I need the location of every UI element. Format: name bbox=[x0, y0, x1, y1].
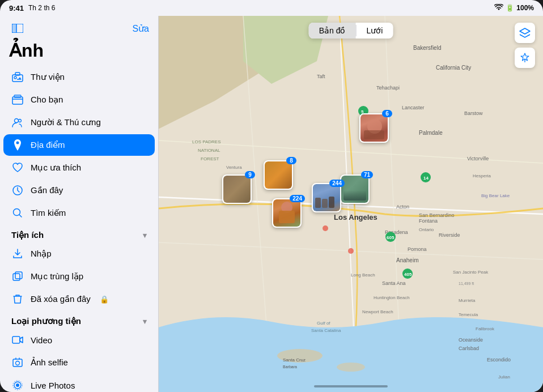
sidebar-header: Sửa bbox=[0, 16, 158, 37]
sidebar-item-library[interactable]: Thư viện bbox=[3, 66, 155, 88]
location-button[interactable] bbox=[515, 48, 535, 68]
media-types-label: Loại phương tiện bbox=[11, 316, 81, 326]
main-layout: Sửa Ảnh Thư viện bbox=[0, 16, 543, 392]
map-area: California City Bakersfield Tehachapi Ba… bbox=[159, 16, 543, 392]
svg-text:Pomona: Pomona bbox=[408, 246, 427, 252]
svg-text:Bakersfield: Bakersfield bbox=[413, 45, 441, 51]
sidebar-toggle-button[interactable] bbox=[9, 22, 26, 35]
status-time: 9:41 bbox=[9, 4, 24, 12]
location-icon bbox=[520, 53, 529, 63]
lock-icon: 🔒 bbox=[100, 295, 109, 304]
svg-text:Newport Beach: Newport Beach bbox=[362, 309, 393, 314]
battery-percent: 100% bbox=[516, 4, 534, 12]
photo-cluster-6[interactable]: 224 bbox=[272, 198, 302, 228]
photo-cluster-4[interactable]: 71 bbox=[340, 174, 370, 204]
svg-text:Hesperia: Hesperia bbox=[473, 173, 491, 178]
svg-text:Carlsbad: Carlsbad bbox=[459, 346, 479, 351]
wifi-icon bbox=[494, 4, 503, 12]
video-label: Video bbox=[31, 335, 52, 345]
svg-text:Escondido: Escondido bbox=[487, 357, 511, 363]
svg-rect-0 bbox=[12, 24, 16, 33]
svg-text:Fontana: Fontana bbox=[419, 218, 438, 224]
cluster-count-1: 9 bbox=[245, 171, 255, 178]
map-mode-button[interactable]: Bản đồ bbox=[309, 23, 356, 39]
sidebar-item-places[interactable]: Địa điểm bbox=[3, 134, 155, 156]
sidebar-item-favorites[interactable]: Mục ưa thích bbox=[3, 157, 155, 178]
svg-rect-15 bbox=[12, 336, 20, 343]
svg-point-30 bbox=[337, 363, 365, 372]
layers-icon bbox=[519, 28, 531, 38]
sidebar-icon bbox=[12, 24, 23, 33]
svg-text:Santa Cruz: Santa Cruz bbox=[283, 357, 306, 363]
svg-text:Barstow: Barstow bbox=[464, 110, 483, 116]
map-right-controls bbox=[515, 23, 535, 68]
photo-thumb-4 bbox=[340, 174, 370, 204]
photo-cluster-5[interactable]: 244 bbox=[312, 183, 341, 212]
svg-text:Tehachapi: Tehachapi bbox=[376, 85, 400, 91]
svg-point-8 bbox=[15, 119, 19, 123]
svg-text:Riverside: Riverside bbox=[439, 232, 460, 238]
svg-text:LOS PADRES: LOS PADRES bbox=[192, 139, 221, 144]
import-label: Nhập bbox=[31, 249, 52, 259]
utilities-chevron: ▾ bbox=[143, 231, 147, 240]
sidebar-item-shared[interactable]: Cho bạn bbox=[3, 89, 155, 110]
shared-icon bbox=[11, 93, 24, 106]
map-view-toggle: Bản đồ Lưới bbox=[309, 23, 393, 39]
photo-cluster-2[interactable]: 8 bbox=[264, 160, 293, 190]
svg-text:Palmdale: Palmdale bbox=[419, 130, 443, 136]
status-date: Th 2 th 6 bbox=[28, 4, 55, 12]
sidebar-item-import[interactable]: Nhập bbox=[3, 243, 155, 265]
live-photos-label: Live Photos bbox=[31, 381, 75, 390]
sidebar-title: Ảnh bbox=[0, 37, 158, 66]
map-background: California City Bakersfield Tehachapi Ba… bbox=[159, 16, 543, 392]
media-types-section-header[interactable]: Loại phương tiện ▾ bbox=[0, 310, 158, 329]
layers-button[interactable] bbox=[515, 23, 535, 43]
selfie-label: Ảnh selfie bbox=[31, 357, 68, 368]
people-label: Người & Thú cưng bbox=[31, 117, 101, 127]
heart-icon bbox=[11, 161, 24, 174]
photo-cluster-1[interactable]: 9 bbox=[222, 174, 252, 204]
sidebar-item-people[interactable]: Người & Thú cưng bbox=[3, 112, 155, 133]
svg-text:Big Bear Lake: Big Bear Lake bbox=[481, 193, 510, 198]
svg-rect-7 bbox=[14, 95, 21, 97]
video-icon bbox=[11, 334, 24, 346]
live-icon bbox=[11, 379, 24, 391]
svg-rect-14 bbox=[15, 272, 22, 279]
cluster-count-6: 224 bbox=[290, 195, 305, 202]
svg-text:Barbara: Barbara bbox=[283, 365, 297, 369]
library-icon bbox=[11, 71, 24, 83]
status-bar: 9:41 Th 2 th 6 🔋 100% bbox=[0, 0, 543, 16]
sidebar-item-selfie[interactable]: Ảnh selfie bbox=[3, 352, 155, 373]
photo-thumb-5 bbox=[312, 183, 341, 212]
sidebar-item-recent[interactable]: Gần đây bbox=[3, 180, 155, 201]
svg-text:California City: California City bbox=[436, 65, 471, 71]
svg-text:Temecula: Temecula bbox=[459, 312, 478, 317]
status-icons: 🔋 100% bbox=[494, 4, 534, 12]
grid-mode-button[interactable]: Lưới bbox=[356, 23, 393, 39]
svg-rect-6 bbox=[12, 97, 23, 104]
places-icon bbox=[11, 139, 24, 151]
svg-text:Oceanside: Oceanside bbox=[459, 337, 483, 343]
utilities-label: Tiện ích bbox=[11, 230, 44, 240]
svg-point-80 bbox=[323, 225, 328, 231]
svg-point-18 bbox=[16, 384, 19, 387]
sidebar-item-live-photos[interactable]: Live Photos bbox=[3, 374, 155, 392]
photo-thumb-6 bbox=[272, 198, 302, 228]
svg-text:Victorville: Victorville bbox=[467, 156, 489, 161]
svg-text:11,499 ft: 11,499 ft bbox=[459, 282, 474, 286]
sidebar-item-duplicates[interactable]: Mục trùng lặp bbox=[3, 266, 155, 287]
svg-text:San Jacinto Peak: San Jacinto Peak bbox=[453, 270, 489, 275]
svg-text:605: 605 bbox=[387, 235, 394, 240]
sidebar-item-deleted[interactable]: Đã xóa gần đây 🔒 bbox=[3, 288, 155, 310]
sidebar-item-search[interactable]: Tìm kiếm bbox=[3, 202, 155, 224]
edit-button[interactable]: Sửa bbox=[132, 23, 149, 34]
shared-label: Cho bạn bbox=[31, 95, 63, 105]
svg-text:14: 14 bbox=[423, 176, 429, 181]
favorites-label: Mục ưa thích bbox=[31, 163, 81, 173]
svg-point-81 bbox=[348, 248, 354, 254]
utilities-section-header[interactable]: Tiện ích ▾ bbox=[0, 224, 158, 242]
cluster-count-3: 6 bbox=[382, 110, 392, 117]
photo-cluster-3[interactable]: 6 bbox=[359, 113, 389, 143]
sidebar-item-video[interactable]: Video bbox=[3, 329, 155, 351]
svg-text:Santa Catalina: Santa Catalina bbox=[311, 328, 341, 333]
